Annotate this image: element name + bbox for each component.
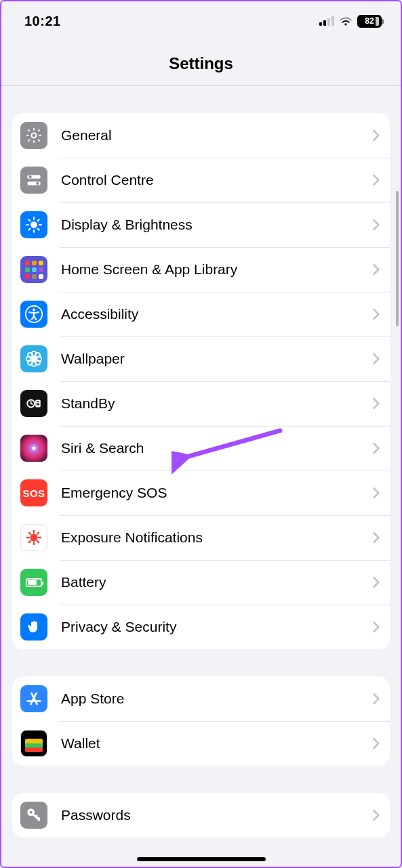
- standby-icon: [20, 390, 47, 417]
- chevron-right-icon: [372, 308, 380, 320]
- status-time: 10:21: [24, 14, 61, 29]
- svg-line-11: [38, 229, 39, 230]
- toggles-icon: [20, 167, 47, 194]
- virus-icon: [20, 524, 47, 551]
- cell-signal-icon: [319, 16, 334, 26]
- wallet-icon: [20, 730, 47, 757]
- status-right: 82: [319, 15, 382, 28]
- key-icon: [20, 802, 47, 829]
- row-label: Battery: [61, 574, 372, 590]
- accessibility-icon: [20, 301, 47, 328]
- svg-line-12: [28, 229, 30, 230]
- svg-point-2: [28, 175, 31, 178]
- scroll-indicator: [396, 191, 399, 326]
- row-label: Accessibility: [61, 306, 372, 322]
- navbar: Settings: [1, 35, 401, 86]
- row-display[interactable]: Display & Brightness: [12, 202, 390, 247]
- row-home-screen[interactable]: Home Screen & App Library: [12, 247, 390, 292]
- settings-group: Passwords: [12, 793, 390, 838]
- row-battery[interactable]: Battery: [12, 560, 390, 605]
- row-label: Wallpaper: [61, 351, 372, 367]
- status-bar: 10:21 82: [1, 1, 401, 35]
- row-wallpaper[interactable]: Wallpaper: [12, 337, 390, 381]
- row-label: Home Screen & App Library: [61, 261, 372, 278]
- wifi-icon: [339, 16, 353, 26]
- chevron-right-icon: [372, 621, 380, 633]
- chevron-right-icon: [372, 442, 380, 454]
- row-label: Emergency SOS: [61, 485, 372, 501]
- row-label: General: [61, 127, 372, 144]
- svg-point-0: [32, 133, 37, 138]
- svg-point-45: [39, 537, 41, 539]
- row-accessibility[interactable]: Accessibility: [12, 292, 390, 337]
- row-general[interactable]: General: [12, 113, 390, 158]
- svg-point-42: [33, 530, 35, 532]
- page-title: Settings: [1, 54, 401, 73]
- gear-icon: [20, 122, 47, 149]
- svg-rect-29: [37, 404, 39, 405]
- row-label: Exposure Notifications: [61, 529, 372, 546]
- svg-point-33: [31, 534, 38, 542]
- chevron-right-icon: [372, 263, 380, 276]
- svg-line-13: [38, 219, 39, 221]
- row-label: Siri & Search: [61, 440, 372, 456]
- chevron-right-icon: [372, 129, 380, 142]
- flower-icon: [20, 345, 47, 372]
- row-control-centre[interactable]: Control Centre: [12, 158, 390, 202]
- chevron-right-icon: [372, 693, 380, 705]
- row-appstore[interactable]: App Store: [12, 676, 390, 721]
- row-passwords[interactable]: Passwords: [12, 793, 390, 838]
- row-label: Wallet: [61, 735, 372, 752]
- svg-point-44: [26, 537, 28, 539]
- chevron-right-icon: [372, 809, 380, 821]
- row-sos[interactable]: SOSEmergency SOS: [12, 471, 390, 515]
- row-standby[interactable]: StandBy: [12, 381, 390, 426]
- chevron-right-icon: [372, 219, 380, 231]
- svg-line-10: [28, 219, 30, 221]
- row-label: Privacy & Security: [61, 619, 372, 635]
- row-wallet[interactable]: Wallet: [12, 721, 390, 766]
- chevron-right-icon: [372, 531, 380, 544]
- settings-group: App StoreWallet: [12, 676, 390, 766]
- svg-point-15: [33, 308, 35, 311]
- settings-list[interactable]: GeneralControl CentreDisplay & Brightnes…: [1, 113, 401, 838]
- chevron-right-icon: [372, 174, 380, 186]
- row-siri[interactable]: Siri & Search: [12, 426, 390, 471]
- chevron-right-icon: [372, 353, 380, 365]
- svg-point-5: [31, 221, 37, 228]
- svg-point-32: [32, 446, 35, 450]
- row-label: StandBy: [61, 395, 372, 412]
- chevron-right-icon: [372, 576, 380, 588]
- settings-group: GeneralControl CentreDisplay & Brightnes…: [12, 113, 390, 649]
- sun-icon: [20, 211, 47, 238]
- row-label: App Store: [61, 691, 372, 707]
- svg-point-16: [32, 357, 36, 361]
- battery-icon: [20, 569, 47, 596]
- chevron-right-icon: [372, 737, 380, 750]
- row-label: Display & Brightness: [61, 217, 372, 233]
- row-exposure[interactable]: Exposure Notifications: [12, 515, 390, 560]
- svg-point-46: [28, 532, 31, 534]
- battery-icon: 82: [357, 15, 382, 28]
- appstore-icon: [20, 685, 47, 712]
- svg-point-47: [38, 542, 40, 544]
- chevron-right-icon: [372, 487, 380, 499]
- home-indicator: [137, 857, 266, 861]
- row-label: Control Centre: [61, 172, 372, 188]
- svg-rect-27: [37, 402, 39, 402]
- svg-point-43: [33, 543, 35, 545]
- hand-icon: [20, 613, 47, 641]
- svg-point-54: [30, 811, 33, 814]
- row-privacy[interactable]: Privacy & Security: [12, 605, 390, 649]
- siri-icon: [20, 435, 47, 462]
- svg-rect-28: [37, 403, 39, 404]
- row-label: Passwords: [61, 807, 372, 823]
- sos-icon: SOS: [20, 479, 47, 506]
- svg-point-48: [28, 542, 31, 544]
- chevron-right-icon: [372, 397, 380, 410]
- apps-icon: [20, 256, 47, 283]
- svg-point-49: [38, 532, 40, 534]
- svg-point-4: [36, 182, 39, 185]
